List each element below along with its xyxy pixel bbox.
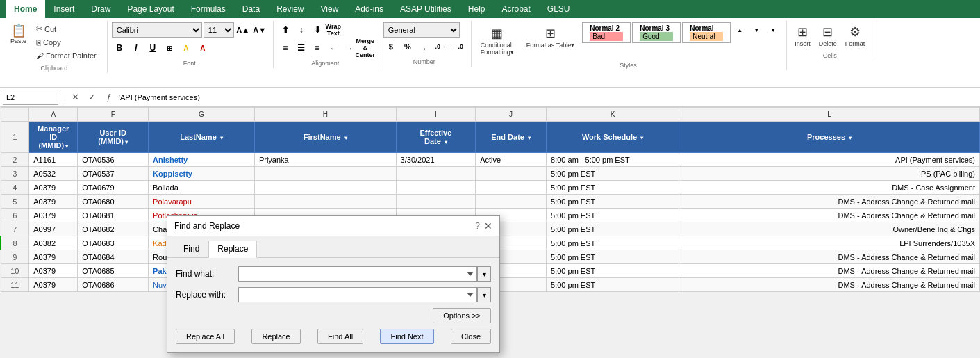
dialog-title-bar: Find and Replace ? ✕ xyxy=(167,216,499,236)
dialog-title-buttons: ? ✕ xyxy=(475,220,492,231)
dialog-tab-replace[interactable]: Replace xyxy=(208,241,257,258)
dialog-tab-find[interactable]: Find xyxy=(174,241,208,257)
options-row: Options >> xyxy=(176,308,491,316)
find-label: Find what: xyxy=(176,269,238,279)
replace-dropdown-button[interactable]: ▾ xyxy=(477,287,491,302)
dialog-tabs: Find Replace xyxy=(167,236,499,258)
dialog-close-button[interactable]: ✕ xyxy=(484,220,492,231)
dialog-body: Find what: ▾ Replace with: ▾ Options >> … xyxy=(167,258,499,316)
replace-input[interactable] xyxy=(238,287,477,302)
replace-label: Replace with: xyxy=(176,290,238,300)
replace-field-row: Replace with: ▾ xyxy=(176,287,491,302)
find-field-row: Find what: ▾ xyxy=(176,266,491,282)
find-input[interactable] xyxy=(238,266,477,282)
options-button[interactable]: Options >> xyxy=(433,308,491,316)
dialog-overlay: Find and Replace ? ✕ Find Replace Find w… xyxy=(0,0,980,316)
dialog-title: Find and Replace xyxy=(174,221,240,231)
find-dropdown-button[interactable]: ▾ xyxy=(477,266,491,282)
find-replace-dialog: Find and Replace ? ✕ Find Replace Find w… xyxy=(167,215,500,316)
dialog-question-icon: ? xyxy=(475,221,480,231)
